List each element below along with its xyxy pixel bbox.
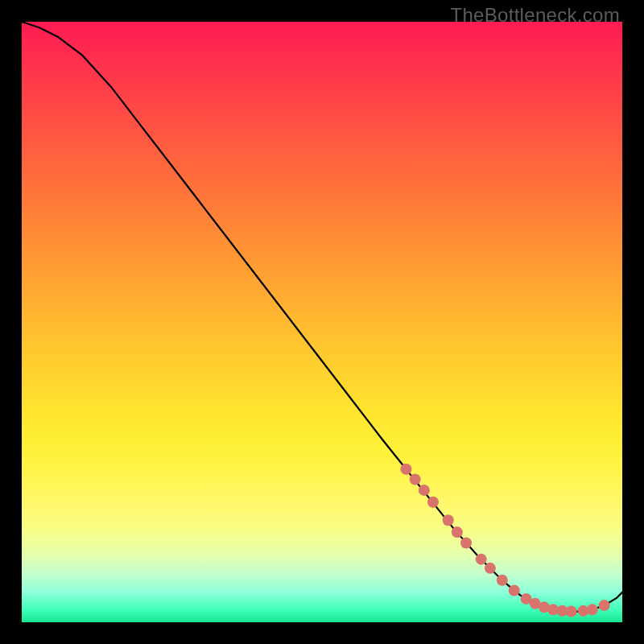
marker-group [400, 464, 609, 617]
bottleneck-curve [22, 22, 622, 612]
chart-frame: TheBottleneck.com [0, 0, 644, 644]
curve-marker [497, 575, 508, 586]
curve-marker [452, 526, 463, 538]
curve-marker [566, 606, 577, 617]
curve-marker [410, 473, 421, 485]
curve-marker [400, 464, 411, 475]
curve-marker [509, 584, 520, 596]
curve-marker [419, 485, 430, 496]
curve-marker [587, 604, 598, 615]
curve-marker [460, 538, 472, 549]
curve-marker [476, 554, 487, 565]
curve-marker [599, 600, 610, 611]
curve-marker [427, 497, 439, 508]
curve-marker [485, 563, 496, 574]
curve-marker [443, 514, 454, 526]
chart-overlay [22, 22, 622, 622]
